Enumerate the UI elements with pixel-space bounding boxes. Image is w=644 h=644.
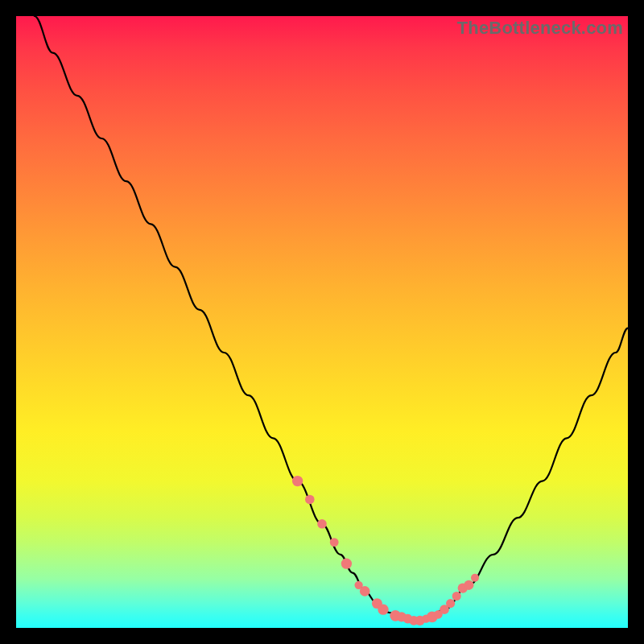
highlight-dot bbox=[341, 559, 352, 569]
chart-svg bbox=[16, 16, 628, 628]
highlight-dot bbox=[464, 580, 473, 590]
highlight-dot bbox=[378, 605, 388, 615]
highlight-dot bbox=[446, 599, 455, 608]
chart-frame: TheBottleneck.com bbox=[0, 0, 644, 644]
bottleneck-curve-line bbox=[35, 16, 628, 621]
highlight-dot bbox=[305, 495, 315, 505]
highlight-dot bbox=[330, 538, 339, 547]
highlight-dot bbox=[292, 476, 303, 486]
highlight-dot bbox=[471, 574, 479, 582]
highlight-dot bbox=[452, 592, 461, 601]
highlight-dot bbox=[317, 519, 327, 529]
highlight-dot bbox=[360, 586, 370, 597]
highlight-dot-layer bbox=[292, 476, 479, 625]
plot-area: TheBottleneck.com bbox=[16, 16, 628, 628]
